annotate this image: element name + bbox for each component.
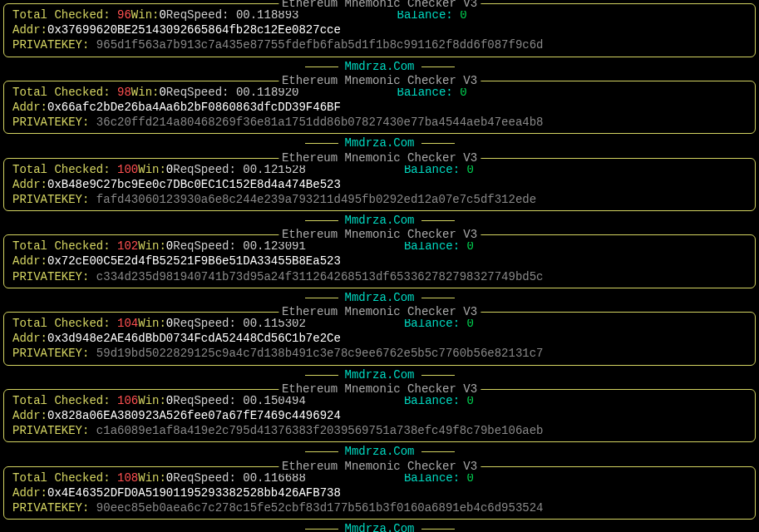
addr-label: Addr: [12, 101, 47, 114]
privkey-value: 36c20ffd214a80468269f36e81a1751dd86b0782… [96, 116, 544, 129]
win-label: Win: [138, 471, 166, 485]
reqspeed-label: ReqSpeed: [166, 8, 229, 22]
total-checked-value: 100 [117, 163, 138, 176]
privkey-line: PRIVATEKEY: 59d19bd5022829125c9a4c7d138b… [12, 346, 747, 361]
reqspeed-label: ReqSpeed: [173, 394, 236, 407]
addr-label: Addr: [12, 254, 47, 268]
addr-label: Addr: [12, 23, 47, 37]
total-checked-label: Total Checked: [12, 239, 111, 253]
block-footer: Mmdrza.Com [3, 213, 756, 228]
block-title: Ethereum Mnemonic Checker V3 [278, 150, 481, 165]
privkey-label: PRIVATEKEY: [12, 347, 89, 360]
block-title: Ethereum Mnemonic Checker V3 [278, 0, 481, 11]
block-title: Ethereum Mnemonic Checker V3 [278, 73, 481, 88]
addr-line: Addr: 0x828a06EA380923A526fee07a67fE7469… [12, 408, 747, 423]
privkey-label: PRIVATEKEY: [12, 270, 89, 283]
addr-label: Addr: [12, 486, 47, 500]
privkey-value: 59d19bd5022829125c9a4c7d138b491c3e78c9ee… [96, 347, 544, 360]
block-title: Ethereum Mnemonic Checker V3 [278, 227, 481, 242]
block-title: Ethereum Mnemonic Checker V3 [278, 382, 481, 397]
total-checked-value: 108 [117, 471, 138, 485]
block-footer: Mmdrza.Com [3, 444, 756, 459]
addr-line: Addr: 0xB48e9C27bc9Ee0c7DBc0EC1C152E8d4a… [12, 177, 747, 192]
total-checked-value: 102 [117, 239, 138, 253]
privkey-value: 965d1f563a7b913c7a435e87755fdefb6fab5d1f… [96, 38, 544, 52]
win-value: 0 [166, 471, 173, 485]
win-label: Win: [138, 394, 166, 407]
win-label: Win: [138, 163, 166, 176]
privkey-label: PRIVATEKEY: [12, 116, 89, 129]
privkey-line: PRIVATEKEY: c334d235d981940741b73d95a24f… [12, 269, 747, 284]
checker-block: Ethereum Mnemonic Checker V3Total Checke… [3, 312, 756, 366]
win-value: 0 [166, 163, 173, 176]
privkey-label: PRIVATEKEY: [12, 193, 89, 206]
privkey-value: 90eec85eb0aea6c7c278c15fe52cbf83d177b561… [96, 501, 544, 515]
addr-value: 0x828a06EA380923A526fee07a67fE7469c44969… [47, 409, 341, 422]
addr-line: Addr: 0x37699620BE25143092665864fb28c12E… [12, 22, 747, 37]
win-value: 0 [166, 394, 173, 407]
reqspeed-label: ReqSpeed: [166, 86, 229, 99]
privkey-value: c1a6089e1af8a419e2c795d41376383f20395697… [96, 424, 544, 437]
total-checked-label: Total Checked: [12, 317, 111, 330]
privkey-label: PRIVATEKEY: [12, 501, 89, 515]
total-checked-label: Total Checked: [12, 163, 111, 176]
block-footer: Mmdrza.Com [3, 135, 756, 150]
privkey-line: PRIVATEKEY: c1a6089e1af8a419e2c795d41376… [12, 423, 747, 438]
total-checked-label: Total Checked: [12, 8, 111, 22]
total-checked-label: Total Checked: [12, 471, 111, 485]
total-checked-label: Total Checked: [12, 394, 111, 407]
privkey-value: fafd43060123930a6e8c244e239a793211d495fb… [96, 193, 536, 206]
privkey-line: PRIVATEKEY: 36c20ffd214a80468269f36e81a1… [12, 115, 747, 130]
block-footer: Mmdrza.Com [3, 367, 756, 382]
privkey-line: PRIVATEKEY: fafd43060123930a6e8c244e239a… [12, 192, 747, 207]
addr-value: 0x72cE00C5E2d4fB52521F9B6e51DA33455B8Ea5… [47, 254, 341, 268]
reqspeed-label: ReqSpeed: [173, 239, 236, 253]
addr-line: Addr: 0x72cE00C5E2d4fB52521F9B6e51DA3345… [12, 254, 747, 268]
checker-block: Ethereum Mnemonic Checker V3Total Checke… [3, 158, 756, 212]
total-checked-value: 96 [117, 8, 131, 22]
reqspeed-label: ReqSpeed: [173, 163, 236, 176]
addr-line: Addr: 0x66afc2bDe26ba4Aa6b2bF0860863dfcD… [12, 100, 747, 115]
block-footer: Mmdrza.Com [3, 521, 756, 532]
checker-block: Ethereum Mnemonic Checker V3Total Checke… [3, 234, 756, 288]
checker-block: Ethereum Mnemonic Checker V3Total Checke… [3, 3, 756, 57]
privkey-label: PRIVATEKEY: [12, 424, 89, 437]
reqspeed-label: ReqSpeed: [173, 317, 236, 330]
win-value: 0 [159, 86, 165, 99]
privkey-label: PRIVATEKEY: [12, 38, 89, 52]
win-label: Win: [131, 8, 160, 22]
reqspeed-label: ReqSpeed: [173, 471, 236, 485]
checker-block: Ethereum Mnemonic Checker V3Total Checke… [3, 389, 756, 443]
block-footer: Mmdrza.Com [3, 59, 756, 74]
total-checked-value: 104 [117, 317, 138, 330]
block-footer: Mmdrza.Com [3, 290, 756, 305]
block-title: Ethereum Mnemonic Checker V3 [278, 459, 481, 474]
addr-value: 0x66afc2bDe26ba4Aa6b2bF0860863dfcDD39F46… [47, 101, 341, 114]
privkey-value: c334d235d981940741b73d95a24f311264268513… [96, 270, 544, 283]
win-label: Win: [138, 239, 166, 253]
win-value: 0 [166, 317, 173, 330]
addr-value: 0x37699620BE25143092665864fb28c12Ee0827c… [47, 23, 341, 37]
addr-label: Addr: [12, 409, 47, 422]
privkey-line: PRIVATEKEY: 965d1f563a7b913c7a435e87755f… [12, 37, 747, 52]
total-checked-value: 106 [117, 394, 138, 407]
addr-line: Addr: 0x3d948e2AE46dBbD0734FcdA52448Cd56… [12, 331, 747, 346]
checker-block: Ethereum Mnemonic Checker V3Total Checke… [3, 81, 756, 135]
total-checked-label: Total Checked: [12, 86, 111, 99]
addr-label: Addr: [12, 332, 47, 345]
addr-label: Addr: [12, 178, 47, 191]
addr-value: 0x3d948e2AE46dBbD0734FcdA52448Cd56C1b7e2… [47, 332, 341, 345]
win-value: 0 [159, 8, 165, 22]
addr-line: Addr: 0x4E46352DFD0A51901195293382528bb4… [12, 485, 747, 500]
addr-value: 0xB48e9C27bc9Ee0c7DBc0EC1C152E8d4a474Be5… [47, 178, 341, 191]
total-checked-value: 98 [117, 86, 131, 99]
win-value: 0 [166, 239, 173, 253]
win-label: Win: [138, 317, 166, 330]
win-label: Win: [131, 86, 160, 99]
addr-value: 0x4E46352DFD0A51901195293382528bb426AFB7… [47, 486, 341, 500]
privkey-line: PRIVATEKEY: 90eec85eb0aea6c7c278c15fe52c… [12, 500, 747, 515]
checker-block: Ethereum Mnemonic Checker V3Total Checke… [3, 466, 756, 520]
block-title: Ethereum Mnemonic Checker V3 [278, 304, 481, 319]
